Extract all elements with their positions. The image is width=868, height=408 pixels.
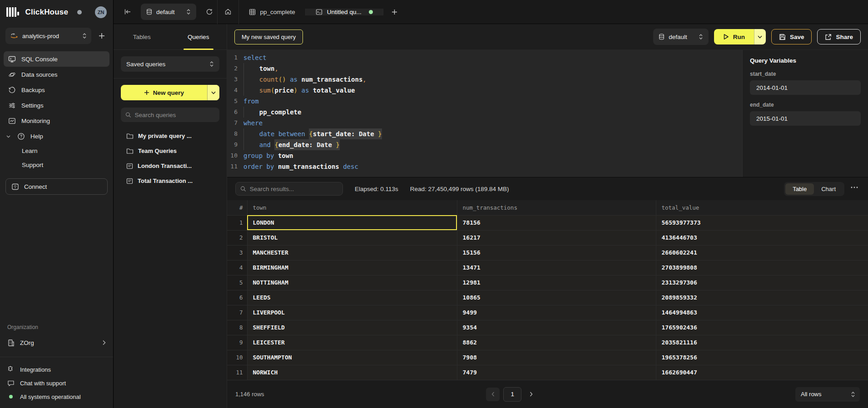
new-query-menu-button[interactable] (207, 85, 219, 100)
column-header-num-transactions[interactable]: num_transactions (457, 200, 656, 215)
code-line[interactable]: 11order by num_transactions desc (227, 161, 742, 172)
sidebar-item-backups[interactable]: Backups (4, 82, 109, 98)
avatar[interactable]: ZN (95, 6, 107, 18)
table-cell[interactable]: 56593977373 (656, 215, 868, 230)
query-item-total-transactions[interactable]: Total Transaction ... (121, 174, 219, 187)
tab-tables[interactable]: Tables (114, 24, 170, 49)
code-line[interactable]: 7where (227, 118, 742, 128)
tab-pp-complete[interactable]: pp_complete (239, 9, 305, 15)
system-status[interactable]: All systems operational (7, 390, 106, 403)
table-cell[interactable]: LIVERPOOL (247, 305, 457, 320)
column-header-total-value[interactable]: total_value (656, 200, 868, 215)
table-cell[interactable]: 16217 (457, 230, 656, 245)
current-page[interactable]: 1 (503, 387, 521, 402)
code-line[interactable]: 10group by town (227, 150, 742, 161)
table-cell[interactable]: 2313297306 (656, 275, 868, 290)
query-folder-my-private[interactable]: My private query ... (121, 129, 219, 143)
table-cell[interactable]: SHEFFIELD (247, 320, 457, 335)
page-size-selector[interactable]: All rows (795, 387, 860, 402)
table-cell[interactable]: 4136446703 (656, 230, 868, 245)
sidebar-item-help[interactable]: Help (4, 128, 109, 144)
sidebar-item-learn[interactable]: Learn (22, 144, 109, 158)
table-cell[interactable]: 12981 (457, 275, 656, 290)
sidebar-item-settings[interactable]: Settings (4, 98, 109, 113)
tab-queries[interactable]: Queries (170, 24, 227, 49)
table-cell[interactable]: 13471 (457, 260, 656, 275)
table-cell[interactable]: BIRMINGHAM (247, 260, 457, 275)
new-query-button[interactable]: New query (121, 85, 207, 100)
view-toggle-table[interactable]: Table (785, 183, 814, 195)
table-cell[interactable]: 1765902436 (656, 320, 868, 335)
view-toggle-chart[interactable]: Chart (814, 183, 843, 195)
integrations-link[interactable]: Integrations (7, 363, 106, 376)
table-cell[interactable]: 1662690447 (656, 365, 868, 380)
table-cell[interactable]: LEEDS (247, 290, 457, 305)
table-cell[interactable]: 9354 (457, 320, 656, 335)
save-button[interactable]: Save (771, 29, 812, 44)
next-page-button[interactable] (525, 388, 537, 400)
table-cell[interactable]: 10865 (457, 290, 656, 305)
share-button[interactable]: Share (817, 29, 861, 44)
run-button[interactable]: Run (714, 29, 754, 44)
results-search-input[interactable] (250, 186, 338, 192)
topbar-database-selector[interactable]: default (141, 4, 196, 20)
sidebar-item-data-sources[interactable]: Data sources (4, 67, 109, 82)
query-search-input[interactable] (135, 112, 215, 118)
table-cell[interactable]: BRISTOL (247, 230, 457, 245)
add-workspace-button[interactable] (96, 30, 108, 42)
query-folder-team-queries[interactable]: Team Queries (121, 144, 219, 157)
new-query-split-button[interactable]: New query (121, 85, 219, 100)
home-button[interactable] (220, 4, 236, 20)
table-cell[interactable]: 2035821116 (656, 335, 868, 350)
table-cell[interactable]: 78156 (457, 215, 656, 230)
prev-page-button[interactable] (486, 388, 500, 401)
table-cell[interactable]: 2660602241 (656, 245, 868, 260)
run-database-selector[interactable]: default (653, 29, 709, 45)
table-cell[interactable]: MANCHESTER (247, 245, 457, 260)
table-cell[interactable]: 8862 (457, 335, 656, 350)
code-line[interactable]: 6 pp_complete (227, 107, 742, 118)
column-header-index[interactable]: # (227, 200, 247, 215)
collapse-sidebar-button[interactable] (120, 4, 135, 20)
code-line[interactable]: 4 sum(price) as total_value (227, 85, 742, 96)
refresh-button[interactable] (202, 4, 217, 20)
table-cell[interactable]: NORWICH (247, 365, 457, 380)
end-date-input[interactable] (750, 111, 861, 126)
saved-query-tab[interactable]: My new saved query (234, 29, 303, 44)
code-line[interactable]: 5from (227, 96, 742, 107)
table-cell[interactable]: 15156 (457, 245, 656, 260)
tab-untitled-query[interactable]: Untitled qu... (305, 9, 383, 15)
connect-button[interactable]: Connect (5, 178, 108, 195)
sidebar-item-monitoring[interactable]: Monitoring (4, 113, 109, 128)
chat-support-link[interactable]: Chat with support (7, 376, 106, 390)
new-tab-button[interactable] (387, 4, 402, 20)
code-line[interactable]: 8 date between {start_date: Date } (227, 128, 742, 139)
organization-switcher[interactable]: ZOrg (7, 335, 106, 350)
code-line[interactable]: 1select (227, 52, 742, 63)
saved-queries-filter[interactable]: Saved queries (121, 56, 219, 72)
results-more-button[interactable] (851, 187, 860, 191)
code-line[interactable]: 9 and {end_date: Date } (227, 139, 742, 150)
table-cell[interactable]: LONDON (247, 215, 457, 230)
table-cell[interactable]: 2089859332 (656, 290, 868, 305)
query-item-london-transactions[interactable]: London Transacti... (121, 159, 219, 172)
sidebar-item-sql-console[interactable]: SQL Console (4, 51, 109, 67)
table-cell[interactable]: LEICESTER (247, 335, 457, 350)
sql-editor[interactable]: 1select2 town,3 count() as num_transacti… (227, 50, 742, 177)
run-split-button[interactable]: Run (714, 29, 766, 44)
table-cell[interactable]: 1965378256 (656, 350, 868, 365)
column-header-town[interactable]: town (247, 200, 457, 215)
results-search-box[interactable] (235, 182, 343, 196)
start-date-input[interactable] (750, 80, 861, 95)
table-cell[interactable]: NOTTINGHAM (247, 275, 457, 290)
run-options-button[interactable] (754, 29, 766, 44)
table-cell[interactable]: 7908 (457, 350, 656, 365)
table-cell[interactable]: 9499 (457, 305, 656, 320)
table-cell[interactable]: 1464994863 (656, 305, 868, 320)
table-cell[interactable]: 2703899808 (656, 260, 868, 275)
sidebar-item-support[interactable]: Support (22, 158, 109, 172)
query-search-box[interactable] (121, 108, 219, 122)
table-cell[interactable]: 7479 (457, 365, 656, 380)
table-cell[interactable]: SOUTHAMPTON (247, 350, 457, 365)
code-line[interactable]: 2 town, (227, 63, 742, 74)
